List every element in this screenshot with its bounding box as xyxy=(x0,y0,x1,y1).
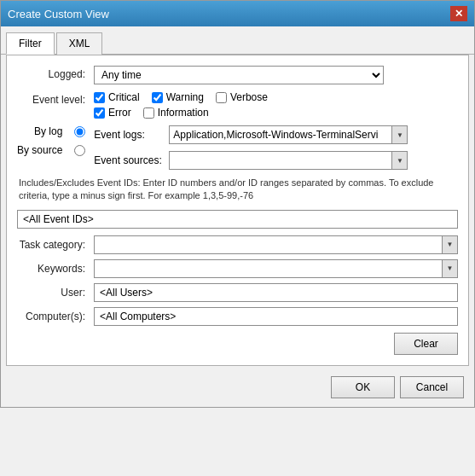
close-button[interactable]: ✕ xyxy=(450,6,467,21)
information-checkbox[interactable] xyxy=(143,107,154,119)
keywords-row: Keywords: ▼ xyxy=(17,259,458,278)
tab-xml[interactable]: XML xyxy=(56,32,103,55)
by-log-radio[interactable] xyxy=(74,126,85,137)
log-source-controls: Event logs: ▼ Event sources: ▼ xyxy=(94,125,458,170)
event-ids-description: Includes/Excludes Event IDs: Enter ID nu… xyxy=(17,177,458,203)
verbose-checkbox[interactable] xyxy=(216,92,227,103)
error-label: Error xyxy=(108,107,131,119)
cancel-button[interactable]: Cancel xyxy=(400,376,464,398)
user-row: User: xyxy=(17,283,458,302)
event-logs-input[interactable] xyxy=(170,126,391,143)
keywords-input[interactable] xyxy=(95,260,442,277)
task-category-row: Task category: ▼ xyxy=(17,235,458,254)
keywords-combo: ▼ xyxy=(94,259,458,278)
event-level-controls: Critical Warning Verbose xyxy=(94,91,458,119)
information-checkbox-item[interactable]: Information xyxy=(143,107,209,119)
logged-control-area: Any time Last hour Last 12 hours Last 24… xyxy=(94,66,458,84)
tab-bar: Filter XML xyxy=(1,26,474,55)
clear-button-row: Clear xyxy=(17,333,458,355)
event-ids-row xyxy=(17,210,458,229)
keywords-label: Keywords: xyxy=(17,263,94,275)
verbose-label: Verbose xyxy=(230,91,268,103)
task-category-input[interactable] xyxy=(95,236,442,253)
event-logs-dropdown-btn[interactable]: ▼ xyxy=(391,126,407,143)
user-input[interactable] xyxy=(94,283,458,302)
event-logs-row: Event logs: ▼ xyxy=(94,125,458,144)
event-logs-label: Event logs: xyxy=(94,129,162,141)
event-level-row: Event level: Critical Warning xyxy=(17,91,458,119)
event-level-checkboxes: Critical Warning Verbose xyxy=(94,91,268,119)
logged-dropdown[interactable]: Any time Last hour Last 12 hours Last 24… xyxy=(94,66,384,84)
by-source-radio-item[interactable]: By source xyxy=(17,144,85,156)
event-sources-label: Event sources: xyxy=(94,154,162,166)
by-log-radio-label: By log xyxy=(34,125,62,137)
ok-button[interactable]: OK xyxy=(331,376,395,398)
dialog-title: Create Custom View xyxy=(8,8,109,20)
event-level-line-1: Critical Warning Verbose xyxy=(94,91,268,103)
by-source-radio-label: By source xyxy=(17,144,62,156)
computers-label: Computer(s): xyxy=(17,311,94,322)
logged-row: Logged: Any time Last hour Last 12 hours… xyxy=(17,66,458,84)
task-category-input-area: ▼ xyxy=(94,235,458,254)
task-category-combo: ▼ xyxy=(94,235,458,254)
keywords-dropdown-btn[interactable]: ▼ xyxy=(442,260,457,277)
warning-checkbox[interactable] xyxy=(152,92,163,103)
event-logs-combo: ▼ xyxy=(169,125,408,144)
information-label: Information xyxy=(158,107,209,119)
title-bar: Create Custom View ✕ xyxy=(1,1,474,26)
event-sources-input[interactable] xyxy=(170,152,391,169)
radio-labels: By log By source xyxy=(17,125,94,170)
dialog-window: Create Custom View ✕ Filter XML Logged: … xyxy=(0,0,475,408)
clear-button[interactable]: Clear xyxy=(394,333,458,355)
warning-label: Warning xyxy=(166,91,204,103)
keywords-input-area: ▼ xyxy=(94,259,458,278)
filter-panel: Logged: Any time Last hour Last 12 hours… xyxy=(6,55,469,366)
event-sources-row: Event sources: ▼ xyxy=(94,151,458,170)
critical-checkbox[interactable] xyxy=(94,92,105,103)
event-level-line-2: Error Information xyxy=(94,107,268,119)
event-sources-dropdown-btn[interactable]: ▼ xyxy=(391,152,407,169)
by-log-radio-item[interactable]: By log xyxy=(34,125,85,137)
critical-label: Critical xyxy=(108,91,140,103)
computers-row: Computer(s): xyxy=(17,307,458,326)
radio-section: By log By source Event logs: ▼ xyxy=(17,125,458,170)
critical-checkbox-item[interactable]: Critical xyxy=(94,91,140,103)
error-checkbox[interactable] xyxy=(94,107,105,119)
event-level-label: Event level: xyxy=(17,91,94,106)
verbose-checkbox-item[interactable]: Verbose xyxy=(216,91,268,103)
task-category-dropdown-btn[interactable]: ▼ xyxy=(442,236,457,253)
task-category-label: Task category: xyxy=(17,239,94,251)
computers-input[interactable] xyxy=(94,307,458,326)
user-input-area xyxy=(94,283,458,302)
tab-filter[interactable]: Filter xyxy=(6,32,55,55)
user-label: User: xyxy=(17,287,94,299)
bottom-buttons: OK Cancel xyxy=(1,371,474,407)
logged-label: Logged: xyxy=(17,66,94,80)
warning-checkbox-item[interactable]: Warning xyxy=(152,91,204,103)
computers-input-area xyxy=(94,307,458,326)
by-source-radio[interactable] xyxy=(74,145,85,156)
error-checkbox-item[interactable]: Error xyxy=(94,107,131,119)
event-ids-input[interactable] xyxy=(17,210,458,229)
event-sources-combo: ▼ xyxy=(169,151,408,170)
